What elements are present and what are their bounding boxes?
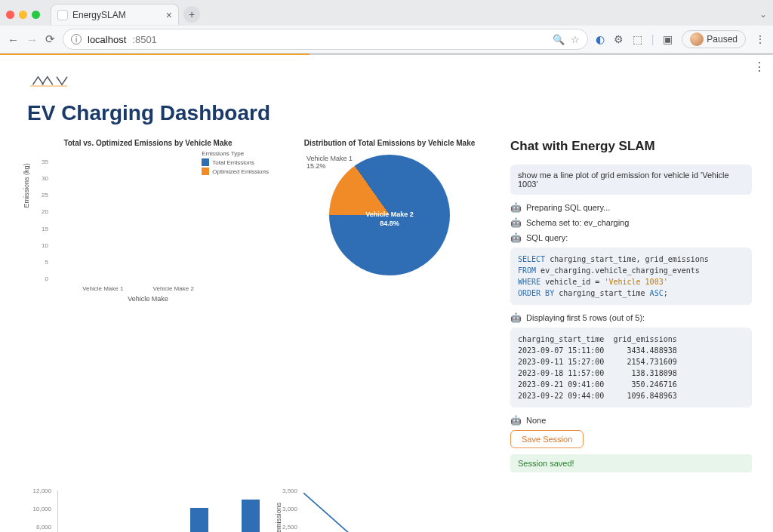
browser-chrome: EnergySLAM × + ⌄ ← → ⟳ i localhost:8501 … bbox=[0, 0, 773, 54]
logo bbox=[30, 72, 746, 92]
back-icon[interactable]: ← bbox=[8, 33, 19, 46]
chart-title: Total vs. Optimized Emissions by Vehicle… bbox=[27, 139, 269, 147]
reload-icon[interactable]: ⟳ bbox=[45, 32, 55, 46]
sql-code: SELECT charging_start_time, grid_emissio… bbox=[510, 248, 752, 305]
kebab-menu-icon[interactable]: ⋮ bbox=[755, 33, 765, 45]
pie-chart: Vehicle Make 284.8% bbox=[329, 155, 450, 275]
reader-icon[interactable]: ▣ bbox=[663, 33, 673, 45]
pie-slice-label: Vehicle Make 115.2% bbox=[306, 155, 353, 170]
tab-overflow-icon[interactable]: ⌄ bbox=[759, 9, 767, 20]
chart-bar-emissions: Total vs. Optimized Emissions by Vehicle… bbox=[27, 139, 269, 472]
chart-pie-emissions: Distribution of Total Emissions by Vehic… bbox=[276, 139, 503, 472]
minimize-window-icon[interactable] bbox=[19, 11, 27, 19]
chart-title: Distribution of Total Emissions by Vehic… bbox=[276, 139, 503, 147]
page-title: EV Charging Dashboard bbox=[27, 101, 746, 125]
robot-icon: 🤖 bbox=[510, 202, 522, 213]
result-rows: charging_start_time grid_emissions 2023-… bbox=[510, 328, 752, 407]
site-info-icon[interactable]: i bbox=[71, 34, 82, 45]
close-window-icon[interactable] bbox=[6, 11, 14, 19]
pie-center-label: Vehicle Make 284.8% bbox=[365, 211, 414, 229]
profile-paused[interactable]: Paused bbox=[682, 30, 746, 48]
settings-icon[interactable]: ⚙ bbox=[614, 33, 624, 45]
window-controls[interactable] bbox=[6, 11, 40, 19]
url-port: :8501 bbox=[132, 34, 157, 45]
favicon-icon bbox=[57, 10, 68, 20]
browser-actions: ◐ ⚙ ⬚ | ▣ Paused ⋮ bbox=[596, 30, 765, 48]
maximize-window-icon[interactable] bbox=[32, 11, 40, 19]
tab-title: EnergySLAM bbox=[72, 10, 126, 20]
chart-line-grid-emissions: grid_emissions 05001,0001,5002,0002,5003… bbox=[276, 490, 503, 532]
robot-icon: 🤖 bbox=[510, 217, 522, 228]
chat-panel: Chat with Energy SLAM show me a line plo… bbox=[510, 139, 752, 472]
tab-bar: EnergySLAM × + ⌄ bbox=[0, 0, 773, 26]
bookmark-icon[interactable]: ☆ bbox=[571, 34, 580, 45]
zoom-icon[interactable]: 🔍 bbox=[553, 34, 565, 45]
tab-close-icon[interactable]: × bbox=[166, 9, 172, 21]
page-menu-icon[interactable]: ⋮ bbox=[753, 60, 765, 74]
robot-icon: 🤖 bbox=[510, 232, 522, 243]
extension-icon[interactable]: ◐ bbox=[596, 33, 605, 45]
browser-tab[interactable]: EnergySLAM × bbox=[51, 4, 179, 25]
chat-title: Chat with Energy SLAM bbox=[510, 139, 752, 154]
url-host: localhost bbox=[88, 34, 126, 45]
new-tab-button[interactable]: + bbox=[183, 6, 200, 23]
extensions-icon[interactable]: ⬚ bbox=[633, 33, 642, 45]
avatar bbox=[690, 32, 704, 46]
session-saved-banner: Session saved! bbox=[510, 454, 752, 472]
save-session-button[interactable]: Save Session bbox=[510, 430, 584, 448]
url-input[interactable]: i localhost:8501 🔍 ☆ bbox=[63, 29, 588, 50]
robot-icon: 🤖 bbox=[510, 415, 522, 426]
address-bar: ← → ⟳ i localhost:8501 🔍 ☆ ◐ ⚙ ⬚ | ▣ Pau… bbox=[0, 26, 773, 53]
chart-bar-vehicle-sum: sum 02,0004,0006,0008,00010,00012,000 Ve… bbox=[27, 490, 269, 532]
x-axis-label: Vehicle Make bbox=[27, 295, 269, 303]
page: ⋮ EV Charging Dashboard Total vs. Optimi… bbox=[0, 55, 773, 532]
robot-icon: 🤖 bbox=[510, 312, 522, 323]
forward-icon: → bbox=[26, 33, 38, 46]
chat-user-message: show me a line plot of grid emission for… bbox=[510, 165, 752, 195]
